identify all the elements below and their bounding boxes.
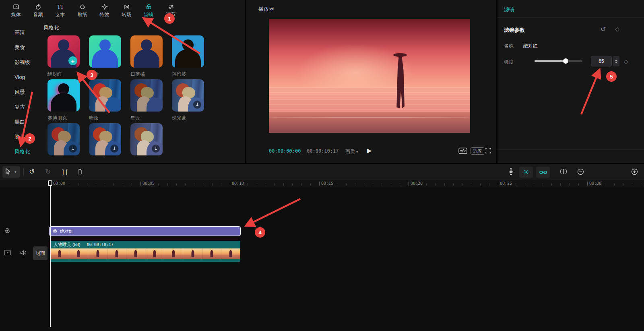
filter-card-riluoju[interactable]: 日落橘: [130, 35, 163, 76]
tab-label: 贴纸: [78, 11, 87, 18]
filter-card-dianqing[interactable]: 靛青: [89, 35, 121, 76]
reset-params-icon[interactable]: [601, 25, 606, 33]
filter-card-xingyun[interactable]: 星云: [130, 79, 163, 120]
tab-effects[interactable]: 特效: [93, 0, 116, 20]
expand-clips-icon[interactable]: [559, 169, 568, 176]
add-filter-icon[interactable]: [68, 56, 77, 65]
filter-category-sidebar: 高清 美食 影视级 Vlog 风景 复古 黑白 胶片 风格化: [0, 21, 40, 159]
zoom-in-icon[interactable]: [631, 168, 638, 177]
download-icon[interactable]: [193, 101, 201, 109]
mute-track-speaker-icon[interactable]: [20, 250, 27, 257]
filter-card-row3-2[interactable]: [89, 123, 121, 155]
download-icon[interactable]: [69, 145, 77, 153]
filter-thumb-silhouette: [172, 35, 204, 68]
tab-audio[interactable]: 音频: [27, 0, 49, 20]
tab-text[interactable]: 文本: [49, 0, 71, 20]
filter-grid: 绝对红 靛青 日落橘 蒸汽波 赛博朋克 暗夜 星云: [47, 35, 204, 155]
tab-media[interactable]: 媒体: [5, 0, 27, 20]
keyframe-diamond-icon[interactable]: [615, 26, 619, 32]
inspector-tab-filter[interactable]: 滤镜: [504, 6, 514, 13]
delete-clip-icon[interactable]: [76, 168, 83, 177]
filter-card-zhuguanglan[interactable]: 珠光蓝: [172, 79, 204, 120]
strength-slider[interactable]: [535, 60, 582, 62]
fullscreen-icon[interactable]: [485, 147, 491, 155]
tab-transitions[interactable]: 转场: [116, 0, 138, 20]
filter-name: 日落橘: [130, 68, 163, 76]
strength-value-input[interactable]: 65: [591, 56, 612, 66]
ruler-label: 00:10: [232, 181, 244, 186]
filter-name: 珠光蓝: [172, 112, 204, 120]
tab-adjust[interactable]: 调节: [160, 0, 182, 20]
filter-clip[interactable]: 绝对红: [49, 226, 241, 236]
sidebar-item-retro[interactable]: 复古: [0, 99, 40, 114]
sidebar-item-stylized[interactable]: 风格化: [0, 144, 40, 159]
video-clip-filmstrip: [50, 248, 240, 259]
preview-person-silhouette: [392, 53, 409, 114]
transition-bowtie-icon: [124, 4, 130, 10]
filter-browser-panel: 媒体 音频 文本 贴纸 特效 转场 滤镜 调节: [0, 0, 245, 163]
filter-clip-icon: [52, 228, 58, 235]
tab-label: 文本: [56, 12, 65, 19]
tab-label: 媒体: [11, 11, 21, 18]
link-preview-toggle[interactable]: [536, 167, 550, 178]
inspector-header: 滤镜: [497, 0, 644, 18]
strength-keyframe-icon[interactable]: [624, 58, 628, 65]
ruler-label: 00:00: [53, 181, 65, 186]
strength-label: 强度: [504, 59, 514, 66]
timeline-toolbar: ▾: [0, 164, 644, 180]
download-icon[interactable]: [110, 145, 118, 153]
cursor-select-icon[interactable]: [5, 168, 11, 176]
preview-beach: [269, 112, 470, 133]
chevron-down-icon[interactable]: ▾: [14, 170, 17, 174]
sidebar-item-bw[interactable]: 黑白: [0, 114, 40, 129]
sidebar-item-vlog[interactable]: Vlog: [0, 70, 40, 85]
redo-icon[interactable]: [45, 168, 51, 175]
timeline-panel: ▾ 00:00 00:05 00:10 00:15 00:20 00:25 00…: [0, 164, 644, 331]
sidebar-item-food[interactable]: 美食: [0, 40, 40, 55]
filter-card-anye[interactable]: 暗夜: [89, 79, 121, 120]
playhead-handle[interactable]: [48, 180, 52, 186]
filter-card-row3-1[interactable]: [47, 123, 80, 155]
filter-card-juedui-hong[interactable]: 绝对红: [47, 35, 80, 76]
sidebar-item-cinematic[interactable]: 影视级: [0, 55, 40, 70]
filter-card-zhengqibo[interactable]: 蒸汽波: [172, 35, 204, 76]
tab-label: 音频: [33, 11, 43, 18]
tab-filters[interactable]: 滤镜: [138, 0, 160, 20]
filter-card-row3-3[interactable]: [130, 123, 163, 155]
video-preview[interactable]: [269, 19, 470, 133]
video-clip-footer: [50, 259, 240, 262]
top-toolbar: 媒体 音频 文本 贴纸 特效 转场 滤镜 调节: [0, 0, 245, 20]
tab-label: 特效: [100, 11, 109, 18]
sidebar-item-scenery[interactable]: 风景: [0, 85, 40, 99]
strength-stepper[interactable]: [613, 56, 619, 66]
zoom-out-icon[interactable]: [577, 168, 584, 177]
filter-name: 赛博朋克: [47, 112, 80, 120]
toolbar-divider: [23, 168, 24, 176]
filter-name: 绝对红: [47, 68, 80, 76]
quality-dropdown[interactable]: 画质: [345, 148, 358, 155]
playhead[interactable]: [50, 180, 51, 327]
ruler-label: 00:20: [411, 181, 423, 186]
filter-inspector-panel: 滤镜 滤镜参数 名称 绝对红 强度 65: [497, 0, 644, 163]
cover-button[interactable]: 封面: [33, 246, 47, 260]
slider-thumb[interactable]: [563, 58, 568, 64]
fit-button[interactable]: 适应: [471, 147, 484, 155]
tab-label: 滤镜: [144, 11, 154, 18]
sidebar-item-hd[interactable]: 高清: [0, 25, 40, 40]
record-voiceover-mic-icon[interactable]: [508, 168, 514, 177]
timeline-ruler[interactable]: 00:00 00:05 00:10 00:15 00:20 00:25 00:3…: [0, 180, 644, 187]
play-button[interactable]: [367, 147, 372, 154]
tab-sticker[interactable]: 贴纸: [71, 0, 93, 20]
video-track-icon[interactable]: [4, 250, 11, 257]
auto-snap-toggle[interactable]: [519, 167, 533, 178]
video-clip[interactable]: 人物唯美 (58) 00:00:10:17: [50, 241, 240, 262]
tab-label: 调节: [166, 11, 176, 18]
split-clip-icon[interactable]: [61, 169, 68, 176]
filter-section-title: 风格化: [43, 24, 59, 31]
sidebar-item-film[interactable]: 胶片: [0, 129, 40, 144]
filter-card-cyberpunk[interactable]: 赛博朋克: [47, 79, 80, 120]
filter-track-icon: [4, 228, 10, 235]
download-icon[interactable]: [152, 145, 160, 153]
undo-icon[interactable]: [29, 168, 35, 175]
waveform-preview-icon[interactable]: [458, 147, 467, 155]
